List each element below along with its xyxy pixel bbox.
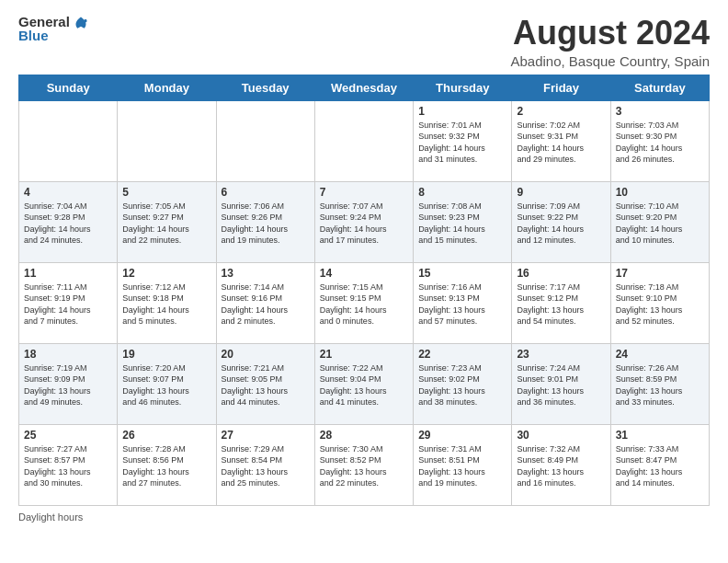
day-cell: 9Sunrise: 7:09 AMSunset: 9:22 PMDaylight… [512,181,610,262]
day-info-line: Daylight: 13 hours [616,385,704,397]
day-cell: 25Sunrise: 7:27 AMSunset: 8:57 PMDayligh… [19,424,118,505]
day-info-line: and 44 minutes. [222,396,310,408]
day-number: 11 [24,267,112,280]
col-header-saturday: Saturday [610,75,709,100]
day-cell: 6Sunrise: 7:06 AMSunset: 9:26 PMDaylight… [216,181,314,262]
day-cell: 23Sunrise: 7:24 AMSunset: 9:01 PMDayligh… [512,343,610,424]
day-info-line: Daylight: 13 hours [320,385,408,397]
day-info-line: Sunset: 8:54 PM [222,454,310,466]
day-info-line: Daylight: 13 hours [418,385,506,397]
day-info-line: Sunrise: 7:21 AM [222,362,310,374]
title-block: August 2024 Abadino, Basque Country, Spa… [510,15,710,69]
day-number: 19 [122,348,210,361]
day-info-line: Sunrise: 7:09 AM [517,201,605,213]
subtitle: Abadino, Basque Country, Spain [510,53,710,69]
day-cell: 13Sunrise: 7:14 AMSunset: 9:16 PMDayligh… [216,262,314,343]
day-info-line: and 29 minutes. [517,154,605,166]
day-info-line: Sunrise: 7:11 AM [24,282,112,293]
day-number: 30 [517,429,605,442]
day-info-line: Daylight: 14 hours [24,304,112,316]
day-info-line: Daylight: 14 hours [517,224,605,236]
day-cell: 17Sunrise: 7:18 AMSunset: 9:10 PMDayligh… [610,262,709,343]
day-info-line: and 14 minutes. [616,477,704,489]
day-info-line: Sunset: 9:22 PM [517,212,605,224]
day-info-line: and 19 minutes. [418,477,506,489]
day-cell: 19Sunrise: 7:20 AMSunset: 9:07 PMDayligh… [118,343,216,424]
day-info-line: and 26 minutes. [616,154,704,166]
day-info-line: Sunrise: 7:07 AM [320,201,408,213]
day-cell [19,100,118,181]
day-info-line: Daylight: 14 hours [122,304,210,316]
day-info-line: and 27 minutes. [122,477,210,489]
day-info-line: Daylight: 13 hours [616,304,704,316]
day-number: 29 [418,429,506,442]
day-info-line: and 7 minutes. [24,316,112,327]
day-info-line: and 10 minutes. [616,235,704,247]
day-number: 1 [418,105,506,118]
day-info-line: Sunset: 9:19 PM [24,293,112,304]
day-number: 4 [24,186,112,199]
day-info-line: Sunset: 9:30 PM [616,131,704,143]
day-info-line: and 46 minutes. [122,396,210,408]
day-info-line: Daylight: 14 hours [418,143,506,155]
day-info-line: Sunset: 9:20 PM [616,212,704,224]
day-info-line: Daylight: 14 hours [122,224,210,236]
day-info-line: Sunrise: 7:04 AM [24,201,112,213]
day-cell: 4Sunrise: 7:04 AMSunset: 9:28 PMDaylight… [19,181,118,262]
day-info-line: Daylight: 13 hours [222,466,310,478]
day-info-line: and 49 minutes. [24,396,112,408]
day-number: 27 [222,429,310,442]
day-info-line: Sunrise: 7:30 AM [320,443,408,455]
day-info-line: Sunset: 9:10 PM [616,293,704,304]
day-info-line: Sunset: 9:27 PM [122,212,210,224]
day-cell: 12Sunrise: 7:12 AMSunset: 9:18 PMDayligh… [118,262,216,343]
day-number: 3 [616,105,704,118]
day-info-line: Sunrise: 7:29 AM [222,443,310,455]
day-info-line: Sunset: 9:28 PM [24,212,112,224]
day-cell [216,100,314,181]
day-info-line: Sunrise: 7:05 AM [122,201,210,213]
week-row-1: 1Sunrise: 7:01 AMSunset: 9:32 PMDaylight… [19,100,710,181]
day-info-line: Sunset: 9:16 PM [222,293,310,304]
day-number: 9 [517,186,605,199]
day-cell: 27Sunrise: 7:29 AMSunset: 8:54 PMDayligh… [216,424,314,505]
day-info-line: Daylight: 14 hours [616,143,704,155]
day-info-line: Daylight: 13 hours [222,385,310,397]
day-info-line: and 22 minutes. [122,235,210,247]
day-info-line: and 22 minutes. [320,477,408,489]
day-number: 10 [616,186,704,199]
day-info-line: Sunrise: 7:26 AM [616,362,704,374]
day-info-line: and 0 minutes. [320,316,408,327]
day-cell: 1Sunrise: 7:01 AMSunset: 9:32 PMDaylight… [414,100,512,181]
day-number: 28 [320,429,408,442]
logo-blue: Blue [18,29,88,42]
day-info-line: Sunrise: 7:19 AM [24,362,112,374]
day-info-line: and 17 minutes. [320,235,408,247]
day-cell: 2Sunrise: 7:02 AMSunset: 9:31 PMDaylight… [512,100,610,181]
day-cell [118,100,216,181]
header: General Blue August 2024 Abadino, Basque… [18,15,710,69]
day-info-line: Sunset: 9:32 PM [418,131,506,143]
day-info-line: Daylight: 13 hours [418,304,506,316]
day-info-line: Sunset: 9:31 PM [517,131,605,143]
day-info-line: Sunrise: 7:15 AM [320,282,408,293]
day-info-line: Sunrise: 7:16 AM [418,282,506,293]
day-info-line: Sunrise: 7:02 AM [517,120,605,132]
day-info-line: Sunset: 8:51 PM [418,454,506,466]
day-cell: 21Sunrise: 7:22 AMSunset: 9:04 PMDayligh… [314,343,413,424]
day-cell: 8Sunrise: 7:08 AMSunset: 9:23 PMDaylight… [414,181,512,262]
day-info-line: and 57 minutes. [418,316,506,327]
day-cell: 15Sunrise: 7:16 AMSunset: 9:13 PMDayligh… [414,262,512,343]
day-number: 17 [616,267,704,280]
week-row-5: 25Sunrise: 7:27 AMSunset: 8:57 PMDayligh… [19,424,710,505]
day-info-line: Daylight: 14 hours [616,224,704,236]
day-number: 20 [222,348,310,361]
day-info-line: Sunset: 8:52 PM [320,454,408,466]
day-info-line: Daylight: 14 hours [222,304,310,316]
day-info-line: Sunset: 8:47 PM [616,454,704,466]
day-info-line: Sunrise: 7:14 AM [222,282,310,293]
week-row-2: 4Sunrise: 7:04 AMSunset: 9:28 PMDaylight… [19,181,710,262]
day-info-line: Sunrise: 7:23 AM [418,362,506,374]
day-number: 18 [24,348,112,361]
day-number: 21 [320,348,408,361]
